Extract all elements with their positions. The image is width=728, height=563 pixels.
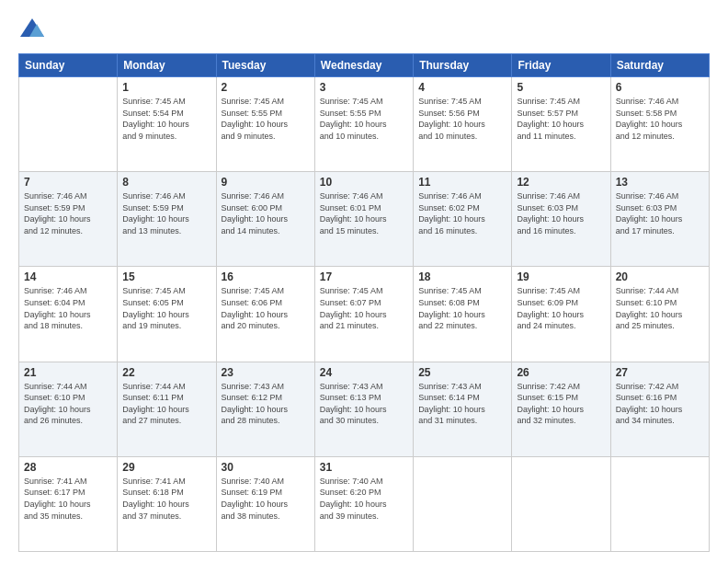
header xyxy=(18,17,710,44)
week-row-4: 21Sunrise: 7:44 AMSunset: 6:10 PMDayligh… xyxy=(19,362,710,456)
weekday-header-monday: Monday xyxy=(118,54,216,77)
day-cell xyxy=(610,456,709,551)
day-cell xyxy=(19,77,118,172)
day-info: Sunrise: 7:46 AMSunset: 5:58 PMDaylight:… xyxy=(616,96,704,142)
day-cell: 9Sunrise: 7:46 AMSunset: 6:00 PMDaylight… xyxy=(216,172,314,267)
day-info: Sunrise: 7:43 AMSunset: 6:12 PMDaylight:… xyxy=(222,381,310,427)
weekday-header-tuesday: Tuesday xyxy=(216,54,314,77)
week-row-2: 7Sunrise: 7:46 AMSunset: 5:59 PMDaylight… xyxy=(19,172,710,267)
day-cell: 13Sunrise: 7:46 AMSunset: 6:03 PMDayligh… xyxy=(610,172,709,267)
day-info: Sunrise: 7:45 AMSunset: 6:08 PMDaylight:… xyxy=(418,285,506,331)
day-info: Sunrise: 7:42 AMSunset: 6:15 PMDaylight:… xyxy=(517,381,605,427)
day-cell: 4Sunrise: 7:45 AMSunset: 5:56 PMDaylight… xyxy=(414,77,512,172)
day-info: Sunrise: 7:40 AMSunset: 6:20 PMDaylight:… xyxy=(320,476,408,522)
calendar-table: SundayMondayTuesdayWednesdayThursdayFrid… xyxy=(18,53,710,552)
day-number: 15 xyxy=(122,270,210,283)
day-cell: 8Sunrise: 7:46 AMSunset: 5:59 PMDaylight… xyxy=(118,172,216,267)
day-number: 24 xyxy=(320,366,408,379)
day-cell: 3Sunrise: 7:45 AMSunset: 5:55 PMDaylight… xyxy=(314,77,413,172)
day-cell: 1Sunrise: 7:45 AMSunset: 5:54 PMDaylight… xyxy=(118,77,216,172)
day-number: 13 xyxy=(616,176,704,189)
day-cell: 30Sunrise: 7:40 AMSunset: 6:19 PMDayligh… xyxy=(216,456,314,551)
day-cell: 23Sunrise: 7:43 AMSunset: 6:12 PMDayligh… xyxy=(216,362,314,456)
day-number: 8 xyxy=(122,176,210,189)
day-number: 27 xyxy=(616,366,704,379)
week-row-3: 14Sunrise: 7:46 AMSunset: 6:04 PMDayligh… xyxy=(19,267,710,362)
day-info: Sunrise: 7:41 AMSunset: 6:18 PMDaylight:… xyxy=(122,476,210,522)
day-cell: 10Sunrise: 7:46 AMSunset: 6:01 PMDayligh… xyxy=(314,172,413,267)
day-cell: 31Sunrise: 7:40 AMSunset: 6:20 PMDayligh… xyxy=(314,456,413,551)
day-cell: 19Sunrise: 7:45 AMSunset: 6:09 PMDayligh… xyxy=(512,267,610,362)
day-number: 11 xyxy=(418,176,506,189)
weekday-header-friday: Friday xyxy=(512,54,610,77)
day-number: 5 xyxy=(517,81,605,94)
day-info: Sunrise: 7:46 AMSunset: 6:02 PMDaylight:… xyxy=(418,190,506,236)
day-info: Sunrise: 7:46 AMSunset: 6:03 PMDaylight:… xyxy=(616,190,704,236)
day-number: 26 xyxy=(517,366,605,379)
day-number: 18 xyxy=(418,270,506,283)
week-row-5: 28Sunrise: 7:41 AMSunset: 6:17 PMDayligh… xyxy=(19,456,710,551)
day-info: Sunrise: 7:45 AMSunset: 5:54 PMDaylight:… xyxy=(122,96,210,142)
day-info: Sunrise: 7:46 AMSunset: 6:03 PMDaylight:… xyxy=(517,190,605,236)
day-cell: 15Sunrise: 7:45 AMSunset: 6:05 PMDayligh… xyxy=(118,267,216,362)
day-number: 10 xyxy=(320,176,408,189)
day-info: Sunrise: 7:45 AMSunset: 5:56 PMDaylight:… xyxy=(418,96,506,142)
day-cell: 5Sunrise: 7:45 AMSunset: 5:57 PMDaylight… xyxy=(512,77,610,172)
day-info: Sunrise: 7:45 AMSunset: 6:06 PMDaylight:… xyxy=(222,285,310,331)
day-cell: 28Sunrise: 7:41 AMSunset: 6:17 PMDayligh… xyxy=(19,456,118,551)
day-cell: 29Sunrise: 7:41 AMSunset: 6:18 PMDayligh… xyxy=(118,456,216,551)
logo xyxy=(18,17,50,44)
weekday-header-thursday: Thursday xyxy=(414,54,512,77)
day-info: Sunrise: 7:45 AMSunset: 6:09 PMDaylight:… xyxy=(517,285,605,331)
day-number: 2 xyxy=(222,81,310,94)
day-number: 21 xyxy=(24,366,112,379)
day-info: Sunrise: 7:46 AMSunset: 6:04 PMDaylight:… xyxy=(24,285,112,331)
day-info: Sunrise: 7:43 AMSunset: 6:14 PMDaylight:… xyxy=(418,381,506,427)
weekday-header-sunday: Sunday xyxy=(19,54,118,77)
day-cell: 11Sunrise: 7:46 AMSunset: 6:02 PMDayligh… xyxy=(414,172,512,267)
day-info: Sunrise: 7:45 AMSunset: 6:07 PMDaylight:… xyxy=(320,285,408,331)
day-cell: 17Sunrise: 7:45 AMSunset: 6:07 PMDayligh… xyxy=(314,267,413,362)
day-cell: 12Sunrise: 7:46 AMSunset: 6:03 PMDayligh… xyxy=(512,172,610,267)
weekday-header-saturday: Saturday xyxy=(610,54,709,77)
weekday-header-row: SundayMondayTuesdayWednesdayThursdayFrid… xyxy=(19,54,710,77)
day-info: Sunrise: 7:43 AMSunset: 6:13 PMDaylight:… xyxy=(320,381,408,427)
day-info: Sunrise: 7:45 AMSunset: 5:55 PMDaylight:… xyxy=(222,96,310,142)
day-number: 28 xyxy=(24,461,112,474)
day-info: Sunrise: 7:46 AMSunset: 5:59 PMDaylight:… xyxy=(24,190,112,236)
day-info: Sunrise: 7:46 AMSunset: 5:59 PMDaylight:… xyxy=(122,190,210,236)
day-info: Sunrise: 7:46 AMSunset: 6:00 PMDaylight:… xyxy=(222,190,310,236)
day-info: Sunrise: 7:44 AMSunset: 6:10 PMDaylight:… xyxy=(24,381,112,427)
day-number: 31 xyxy=(320,461,408,474)
day-info: Sunrise: 7:40 AMSunset: 6:19 PMDaylight:… xyxy=(222,476,310,522)
page: SundayMondayTuesdayWednesdayThursdayFrid… xyxy=(0,0,728,563)
day-cell: 20Sunrise: 7:44 AMSunset: 6:10 PMDayligh… xyxy=(610,267,709,362)
day-cell: 24Sunrise: 7:43 AMSunset: 6:13 PMDayligh… xyxy=(314,362,413,456)
day-cell: 22Sunrise: 7:44 AMSunset: 6:11 PMDayligh… xyxy=(118,362,216,456)
day-cell: 2Sunrise: 7:45 AMSunset: 5:55 PMDaylight… xyxy=(216,77,314,172)
day-number: 12 xyxy=(517,176,605,189)
day-cell: 14Sunrise: 7:46 AMSunset: 6:04 PMDayligh… xyxy=(19,267,118,362)
day-info: Sunrise: 7:44 AMSunset: 6:10 PMDaylight:… xyxy=(616,285,704,331)
day-number: 22 xyxy=(122,366,210,379)
day-cell: 7Sunrise: 7:46 AMSunset: 5:59 PMDaylight… xyxy=(19,172,118,267)
day-cell: 25Sunrise: 7:43 AMSunset: 6:14 PMDayligh… xyxy=(414,362,512,456)
day-number: 3 xyxy=(320,81,408,94)
day-number: 16 xyxy=(222,270,310,283)
day-number: 4 xyxy=(418,81,506,94)
day-info: Sunrise: 7:41 AMSunset: 6:17 PMDaylight:… xyxy=(24,476,112,522)
day-cell: 16Sunrise: 7:45 AMSunset: 6:06 PMDayligh… xyxy=(216,267,314,362)
day-info: Sunrise: 7:46 AMSunset: 6:01 PMDaylight:… xyxy=(320,190,408,236)
day-number: 29 xyxy=(122,461,210,474)
day-info: Sunrise: 7:45 AMSunset: 6:05 PMDaylight:… xyxy=(122,285,210,331)
logo-icon xyxy=(18,17,46,44)
day-cell xyxy=(512,456,610,551)
day-cell: 6Sunrise: 7:46 AMSunset: 5:58 PMDaylight… xyxy=(610,77,709,172)
day-info: Sunrise: 7:45 AMSunset: 5:55 PMDaylight:… xyxy=(320,96,408,142)
day-number: 19 xyxy=(517,270,605,283)
day-number: 9 xyxy=(222,176,310,189)
day-cell: 27Sunrise: 7:42 AMSunset: 6:16 PMDayligh… xyxy=(610,362,709,456)
day-cell: 18Sunrise: 7:45 AMSunset: 6:08 PMDayligh… xyxy=(414,267,512,362)
day-number: 25 xyxy=(418,366,506,379)
day-number: 7 xyxy=(24,176,112,189)
